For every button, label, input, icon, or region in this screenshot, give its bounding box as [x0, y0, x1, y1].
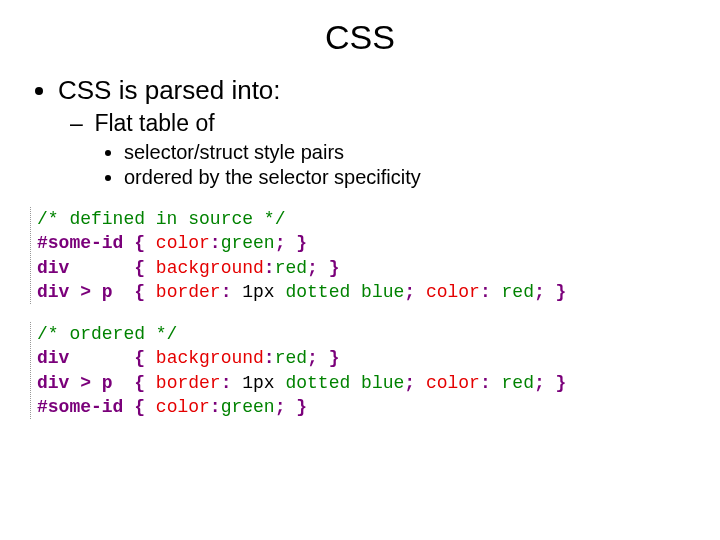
code-row: #some-id { color:green; } — [37, 395, 690, 419]
code-row: div { background:red; } — [37, 256, 690, 280]
slide: CSS CSS is parsed into: Flat table of se… — [0, 0, 720, 419]
code-comment: /* defined in source */ — [37, 207, 690, 231]
code-block-defined: /* defined in source */ #some-id { color… — [30, 207, 690, 304]
bullet-list-l2: Flat table of selector/struct style pair… — [58, 110, 690, 189]
bullet-l2-item: Flat table of selector/struct style pair… — [88, 110, 690, 189]
bullet-l3-item: ordered by the selector specificity — [124, 166, 690, 189]
code-comment: /* ordered */ — [37, 322, 690, 346]
bullet-list-l1: CSS is parsed into: Flat table of select… — [30, 75, 690, 189]
bullet-l2-text: Flat table of — [94, 110, 214, 136]
code-row: div > p { border: 1px dotted blue; color… — [37, 280, 690, 304]
code-block-ordered: /* ordered */ div { background:red; } di… — [30, 322, 690, 419]
code-row: div { background:red; } — [37, 346, 690, 370]
bullet-list-l3: selector/struct style pairs ordered by t… — [88, 141, 690, 189]
slide-title: CSS — [30, 18, 690, 57]
bullet-l3-item: selector/struct style pairs — [124, 141, 690, 164]
code-row: div > p { border: 1px dotted blue; color… — [37, 371, 690, 395]
bullet-l1-item: CSS is parsed into: Flat table of select… — [58, 75, 690, 189]
code-row: #some-id { color:green; } — [37, 231, 690, 255]
bullet-l1-text: CSS is parsed into: — [58, 75, 281, 105]
